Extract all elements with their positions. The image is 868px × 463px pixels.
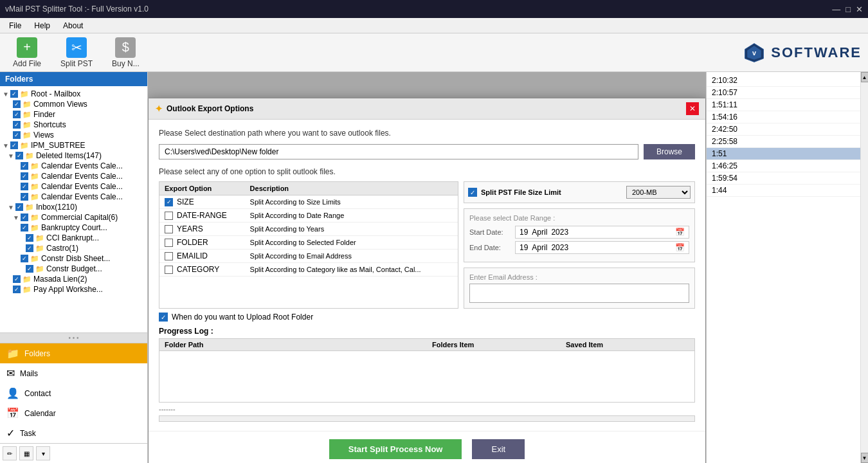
right-panel-item[interactable]: 2:25:58 [707,136,860,148]
tree-item-finder[interactable]: ✓ 📁 Finder [3,109,145,120]
email-label: Enter Email Address : [469,273,689,281]
tree-check-pay-appl[interactable]: ✓ [13,286,21,293]
sidebar-item-mails[interactable]: ✉ Mails [0,363,147,383]
tree-item-common-views[interactable]: ✓ 📁 Common Views [3,99,145,109]
edit-button[interactable]: ✏ [3,446,17,460]
scroll-down-button[interactable]: ▼ [861,453,869,463]
sidebar-item-task[interactable]: ✓ Task [0,423,147,443]
email-input[interactable] [469,284,689,303]
split-size-checkbox[interactable]: ✓ [468,188,477,197]
progress-scrollbar[interactable] [159,415,695,422]
tree-check-constr-disb[interactable]: ✓ [21,255,28,262]
tree-item-root[interactable]: ▼ ✓ 📁 Root - Mailbox [3,89,145,99]
right-panel-item[interactable]: 1:59:54 [707,172,860,185]
menu-help[interactable]: Help [28,20,57,32]
add-file-button[interactable]: + Add File [6,35,48,71]
exit-button[interactable]: Exit [472,439,525,459]
right-panel-item[interactable]: 1:54:16 [707,111,860,123]
tree-item-cci[interactable]: ✓ 📁 CCI Bankrupt... [3,233,145,243]
right-panel-item[interactable]: 2:10:57 [707,87,860,99]
tree-label-inbox: Inbox(1210) [36,203,77,212]
tree-item-cal1[interactable]: ✓ 📁 Calendar Events Cale... [3,161,145,171]
grid-button[interactable]: ▦ [19,446,33,460]
tree-item-constr-disb[interactable]: ✓ 📁 Constr Disb Sheet... [3,253,145,264]
start-date-field[interactable]: 19 April 2023 📅 [515,226,689,239]
tree-check-bankruptcy[interactable]: ✓ [21,224,28,232]
tree-item-castro[interactable]: ✓ 📁 Castro(1) [3,243,145,253]
start-split-button[interactable]: Start Split Process Now [329,439,462,459]
upload-checkbox[interactable]: ✓ [159,313,168,322]
tree-item-views[interactable]: ✓ 📁 Views [3,130,145,140]
path-input[interactable] [159,144,638,159]
right-panel-item[interactable]: 1:46:25 [707,160,860,172]
tree-item-cal4[interactable]: ✓ 📁 Calendar Events Cale... [3,192,145,202]
tree-check-masada[interactable]: ✓ [13,275,21,283]
size-select[interactable]: 100-MB200-MB500-MB1-GB2-GB5-GB [626,186,691,199]
sidebar-item-calendar[interactable]: 📅 Calendar [0,403,147,423]
tree-check-cal2[interactable]: ✓ [21,172,28,180]
table-row[interactable]: ✓ SIZE Split According to Size Limits [159,195,458,209]
option-checkbox[interactable] [165,252,173,260]
tree-item-deleted[interactable]: ▼ ✓ 📁 Deleted Items(147) [3,150,145,161]
tree-check-cci[interactable]: ✓ [26,234,33,242]
tree-item-bankruptcy[interactable]: ✓ 📁 Bankruptcy Court... [3,222,145,233]
modal-close-button[interactable]: ✕ [686,102,699,115]
maximize-button[interactable]: □ [845,5,851,14]
tree-check-commercial[interactable]: ✓ [21,213,28,221]
right-scrollbar[interactable]: ▲ ▼ [860,72,868,463]
tree-check-ipm[interactable]: ✓ [10,141,18,149]
tree-item-inbox[interactable]: ▼ ✓ 📁 Inbox(1210) [3,202,145,212]
option-checkbox[interactable] [165,266,173,274]
tree-check-constr-budget[interactable]: ✓ [26,265,33,273]
table-row[interactable]: DATE-RANGE Split According to Date Range [159,209,458,222]
tree-check-cal1[interactable]: ✓ [21,162,28,170]
tree-check-deleted[interactable]: ✓ [15,152,23,159]
tree-check-inbox[interactable]: ✓ [15,203,23,211]
right-panel-item[interactable]: 2:42:50 [707,123,860,136]
tree-item-commercial[interactable]: ▼ ✓ 📁 Commercial Capital(6) [3,212,145,222]
browse-button[interactable]: Browse [644,144,695,159]
table-row[interactable]: FOLDER Split According to Selected Folde… [159,236,458,250]
dropdown-button[interactable]: ▾ [36,446,50,460]
end-date-field[interactable]: 19 April 2023 📅 [515,241,689,254]
tree-check-views[interactable]: ✓ [13,131,21,139]
split-pst-button[interactable]: ✂ Split PST [54,35,99,71]
scroll-up-button[interactable]: ▲ [861,72,869,82]
tree-item-pay-appl[interactable]: ✓ 📁 Pay Appl Workshe... [3,284,145,295]
tree-check-common-views[interactable]: ✓ [13,100,21,108]
option-checkbox[interactable] [165,212,173,220]
table-row[interactable]: CATEGORY Split According to Category lik… [159,263,458,277]
tree-check-cal4[interactable]: ✓ [21,193,28,201]
menu-file[interactable]: File [3,20,28,32]
tree-check-shortcuts[interactable]: ✓ [13,121,21,129]
table-row[interactable]: YEARS Split According to Years [159,222,458,236]
close-button[interactable]: ✕ [856,5,863,14]
progress-col-saved: Saved Item [561,339,694,351]
minimize-button[interactable]: — [832,5,840,14]
right-panel-item[interactable]: 1:44 [707,185,860,197]
tree-item-ipm[interactable]: ▼ ✓ 📁 IPM_SUBTREE [3,140,145,150]
right-panel-item[interactable]: 1:51 [707,148,860,160]
sidebar-item-contact[interactable]: 👤 Contact [0,383,147,403]
tree-item-shortcuts[interactable]: ✓ 📁 Shortcuts [3,120,145,130]
tree-item-constr-budget[interactable]: ✓ 📁 Constr Budget... [3,264,145,274]
tree-check-castro[interactable]: ✓ [26,244,33,252]
tree-item-cal3[interactable]: ✓ 📁 Calendar Events Cale... [3,181,145,192]
right-panel-item[interactable]: 1:51:11 [707,99,860,111]
start-date-calendar-icon[interactable]: 📅 [675,228,685,237]
option-checkbox[interactable] [165,239,173,247]
tree-check-cal3[interactable]: ✓ [21,183,28,190]
option-checkbox[interactable] [165,225,173,233]
tree-check-root[interactable]: ✓ [10,90,18,98]
table-row[interactable]: EMAILID Split According to Email Address [159,250,458,263]
tree-check-finder[interactable]: ✓ [13,111,21,118]
app-title: vMail PST Splitter Tool :- Full Version … [5,5,149,14]
tree-item-masada[interactable]: ✓ 📁 Masada Lien(2) [3,274,145,284]
end-date-calendar-icon[interactable]: 📅 [675,243,685,252]
option-checkbox[interactable]: ✓ [165,198,173,206]
right-panel-item[interactable]: 2:10:32 [707,75,860,87]
sidebar-item-folders[interactable]: 📁 Folders [0,343,147,363]
tree-item-cal2[interactable]: ✓ 📁 Calendar Events Cale... [3,171,145,181]
menu-about[interactable]: About [57,20,89,32]
buy-now-button[interactable]: $ Buy N... [105,35,146,71]
